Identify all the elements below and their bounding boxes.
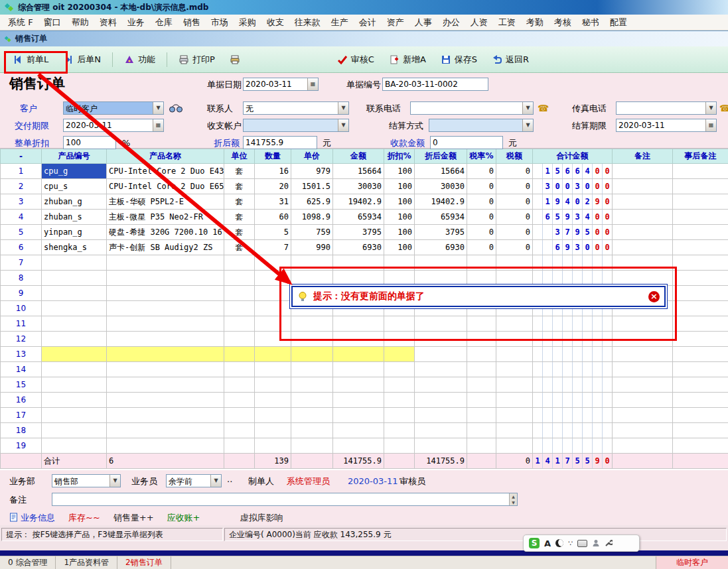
menu-item-5[interactable]: 仓库 — [150, 15, 178, 30]
cell-amount-row18[interactable] — [333, 423, 384, 438]
cell-unit-row7[interactable] — [224, 255, 255, 271]
print-button[interactable]: 打印P — [173, 50, 221, 69]
cell-after_note-row8[interactable] — [673, 271, 728, 286]
cell-disc_amount-row15[interactable] — [415, 377, 467, 393]
cell-amount-row17[interactable] — [333, 408, 384, 423]
cell-qty-row15[interactable] — [255, 377, 291, 393]
cell-qty-row7[interactable] — [255, 255, 291, 271]
cell-qty-row13[interactable] — [255, 347, 291, 362]
menu-item-6[interactable]: 销售 — [178, 15, 206, 30]
menu-item-14[interactable]: 人事 — [409, 15, 437, 30]
cell-tax-row4[interactable]: 0 — [496, 210, 533, 225]
cell-qty-row12[interactable] — [255, 332, 291, 347]
cell-unit-row13[interactable] — [224, 347, 255, 362]
cell-disc_amount-row13[interactable] — [415, 347, 467, 362]
column-header-12[interactable]: 备注 — [613, 149, 673, 164]
cell-qty-row14[interactable] — [255, 362, 291, 377]
cell-code-row5[interactable]: yinpan_g — [42, 225, 107, 240]
cell-amount-row6[interactable]: 6930 — [333, 240, 384, 255]
cell-name-row5[interactable]: 硬盘-希捷 320G 7200.10 16 — [107, 225, 224, 240]
cell-qty-row16[interactable] — [255, 393, 291, 408]
cell-after_note-row1[interactable] — [673, 164, 728, 179]
menu-item-19[interactable]: 考核 — [549, 15, 577, 30]
cell-code-row18[interactable] — [42, 423, 107, 438]
column-header-2[interactable]: 产品名称 — [107, 149, 224, 164]
table-row-5[interactable]: 5yinpan_g硬盘-希捷 320G 7200.10 16套575937951… — [1, 225, 728, 240]
cell-qty-row6[interactable]: 7 — [255, 240, 291, 255]
table-row-3[interactable]: 3zhuban_g主板-华硕 P5PL2-E套31625.919402.9100… — [1, 194, 728, 210]
cell-after_note-row6[interactable] — [673, 240, 728, 255]
cell-price-row16[interactable] — [291, 393, 333, 408]
lookup-binoculars-icon[interactable] — [169, 103, 183, 113]
cell-disc_amount-row12[interactable] — [415, 332, 467, 347]
salesman-combobox[interactable]: 余学前 ▼ — [166, 474, 222, 487]
cell-ledger-row5[interactable]: 379500 — [533, 225, 613, 240]
cell-disc-row14[interactable] — [384, 362, 415, 377]
phone-combobox[interactable]: ▼ — [410, 101, 534, 115]
dropdown-arrow-icon[interactable]: ▼ — [153, 102, 163, 114]
ime-user-icon[interactable] — [592, 539, 600, 547]
cell-price-row13[interactable] — [291, 347, 333, 362]
table-row-17[interactable]: 17 — [1, 408, 728, 423]
cell-after_note-row4[interactable] — [673, 210, 728, 225]
cell-tax-row18[interactable] — [496, 423, 533, 438]
cell-unit-row8[interactable] — [224, 271, 255, 286]
cell-price-row4[interactable]: 1098.9 — [291, 210, 333, 225]
cell-code-row15[interactable] — [42, 377, 107, 393]
menu-item-0[interactable]: 系统 F — [3, 15, 38, 30]
cell-qty-row9[interactable] — [255, 286, 291, 301]
cell-disc_amount-row17[interactable] — [415, 408, 467, 423]
cell-name-row1[interactable]: CPU-Intel Core 2 Duo E43 — [107, 164, 224, 179]
cell-tax-row1[interactable]: 0 — [496, 164, 533, 179]
calendar-dropdown-icon[interactable]: ▦ — [153, 119, 163, 131]
cell-qty-row11[interactable] — [255, 316, 291, 332]
ime-toolbar[interactable]: S A ∵ — [523, 535, 640, 552]
cell-price-row12[interactable] — [291, 332, 333, 347]
cell-name-row16[interactable] — [107, 393, 224, 408]
cell-disc-row18[interactable] — [384, 423, 415, 438]
row-number-1[interactable]: 1 — [1, 164, 42, 179]
cell-ledger-row18[interactable] — [533, 423, 613, 438]
cell-after_note-row5[interactable] — [673, 225, 728, 240]
cell-disc_amount-row6[interactable]: 6930 — [415, 240, 467, 255]
column-header-4[interactable]: 数量 — [255, 149, 291, 164]
cell-qty-row18[interactable] — [255, 423, 291, 438]
row-number-2[interactable]: 2 — [1, 179, 42, 194]
row-number-8[interactable]: 8 — [1, 271, 42, 286]
ime-keyboard-icon[interactable] — [577, 540, 587, 547]
cell-amount-row7[interactable] — [333, 255, 384, 271]
cell-unit-row10[interactable] — [224, 301, 255, 316]
menu-item-11[interactable]: 生产 — [326, 15, 354, 30]
ime-wrench-icon[interactable] — [605, 539, 613, 547]
cell-disc-row12[interactable] — [384, 332, 415, 347]
column-header-11[interactable]: 合计金额 — [533, 149, 613, 164]
table-row-16[interactable]: 16 — [1, 393, 728, 408]
cell-name-row15[interactable] — [107, 377, 224, 393]
cell-code-row13[interactable] — [42, 347, 107, 362]
cell-tax_rate-row6[interactable]: 0 — [467, 240, 496, 255]
cell-disc_amount-row7[interactable] — [415, 255, 467, 271]
menu-item-7[interactable]: 市场 — [206, 15, 234, 30]
table-row-7[interactable]: 7 — [1, 255, 728, 271]
cell-price-row5[interactable]: 759 — [291, 225, 333, 240]
menu-item-9[interactable]: 收支 — [261, 15, 289, 30]
footer-link-0[interactable]: 业务信息 — [9, 512, 55, 524]
cell-tax_rate-row19[interactable] — [467, 438, 496, 454]
cell-code-row8[interactable] — [42, 271, 107, 286]
row-number-19[interactable]: 19 — [1, 438, 42, 454]
cell-disc-row17[interactable] — [384, 408, 415, 423]
cell-disc_amount-row3[interactable]: 19402.9 — [415, 194, 467, 210]
ime-sogou-icon[interactable]: S — [529, 538, 540, 548]
cell-note-row3[interactable] — [613, 194, 673, 210]
cell-disc-row3[interactable]: 100 — [384, 194, 415, 210]
menu-item-16[interactable]: 人资 — [465, 15, 493, 30]
menu-item-2[interactable]: 帮助 — [66, 15, 94, 30]
cell-tax-row14[interactable] — [496, 362, 533, 377]
dropdown-arrow-icon[interactable]: ▼ — [522, 119, 533, 131]
cell-after_note-row18[interactable] — [673, 423, 728, 438]
cell-amount-row13[interactable] — [333, 347, 384, 362]
cell-tax-row2[interactable]: 0 — [496, 179, 533, 194]
row-number-10[interactable]: 10 — [1, 301, 42, 316]
cell-name-row2[interactable]: CPU-Intel Core 2 Duo E65 — [107, 179, 224, 194]
footer-link-1[interactable]: 库存~~ — [68, 512, 100, 524]
